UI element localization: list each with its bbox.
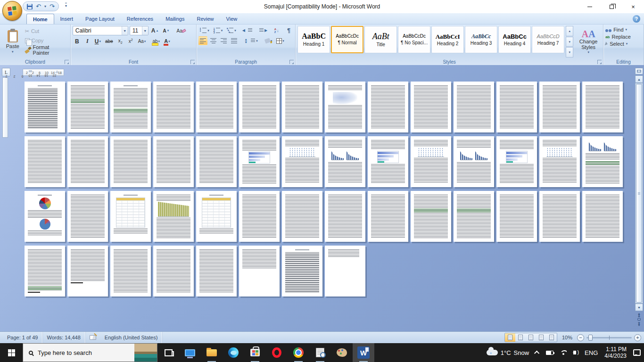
page-thumbnail-27[interactable]	[539, 136, 580, 187]
page-thumbnail-9[interactable]	[368, 82, 408, 132]
weather-widget[interactable]: 1°C Snow	[483, 343, 532, 362]
underline-button[interactable]: U▾	[93, 37, 102, 46]
page-thumbnail-3[interactable]	[110, 82, 151, 132]
page-thumbnail-10[interactable]	[411, 82, 451, 132]
undo-dropdown-icon[interactable]: ▾	[44, 4, 46, 8]
borders-button[interactable]: ▾	[275, 36, 286, 45]
highlight-button[interactable]: ab▾	[151, 37, 161, 46]
find-button[interactable]: Find▾	[605, 27, 642, 33]
page-thumbnail-6[interactable]	[239, 82, 280, 132]
page-thumbnail-14[interactable]	[582, 82, 623, 132]
bold-button[interactable]: B	[73, 37, 82, 46]
taskbar-item-word[interactable]: W	[353, 343, 374, 362]
page-thumbnail-21[interactable]	[282, 136, 322, 187]
styles-more-icon[interactable]: ▼	[566, 47, 573, 58]
customize-qat-icon[interactable]: ▾	[65, 3, 67, 8]
page-thumbnail-37[interactable]	[368, 191, 408, 242]
styles-dialog-launcher-icon[interactable]	[597, 60, 602, 64]
outline-view-button[interactable]	[536, 333, 546, 342]
action-center-button[interactable]	[630, 343, 644, 362]
proofing-status[interactable]	[85, 332, 100, 343]
numbering-button[interactable]: 123▾	[212, 26, 224, 35]
style-chip-title[interactable]: AaBtTitle	[364, 26, 397, 53]
sort-button[interactable]: AZ↓	[272, 26, 281, 35]
page-thumbnail-33[interactable]	[196, 191, 237, 242]
page-thumbnail-40[interactable]	[496, 191, 537, 242]
page-thumbnail-44[interactable]	[67, 246, 108, 296]
font-size-combo[interactable]: 11▼	[130, 26, 149, 35]
view-ruler-toggle-button[interactable]	[635, 68, 643, 74]
font-size-dropdown-icon[interactable]: ▼	[142, 26, 148, 35]
page-thumbnail-36[interactable]	[325, 191, 365, 242]
paste-dropdown-icon[interactable]: ▾	[12, 50, 14, 54]
styles-scroll-up-icon[interactable]: ▲	[566, 26, 573, 36]
replace-button[interactable]: abReplace	[605, 34, 642, 40]
draft-view-button[interactable]	[546, 333, 557, 342]
tab-page-layout[interactable]: Page Layout	[79, 14, 121, 24]
minimize-button[interactable]	[579, 0, 601, 13]
tab-references[interactable]: References	[121, 14, 159, 24]
page-thumbnail-45[interactable]	[110, 246, 151, 296]
page-thumbnail-19[interactable]	[196, 136, 237, 187]
page-thumbnail-50[interactable]	[325, 246, 365, 296]
shading-button[interactable]: ▾	[264, 36, 274, 45]
page-thumbnail-16[interactable]	[67, 136, 108, 187]
web-layout-view-button[interactable]	[526, 333, 536, 342]
search-input[interactable]: Type here to search	[23, 343, 157, 362]
bullets-button[interactable]: ▾	[198, 26, 211, 35]
page-thumbnail-39[interactable]	[454, 191, 494, 242]
tab-home[interactable]: Home	[26, 14, 54, 24]
close-button[interactable]: ×	[622, 0, 644, 13]
zoom-out-button[interactable]: −	[577, 334, 584, 341]
select-browse-object-button[interactable]	[637, 318, 641, 321]
taskbar-item-opera[interactable]	[266, 343, 288, 362]
page-thumbnail-29[interactable]	[25, 191, 65, 242]
scroll-up-icon[interactable]: ▲	[635, 75, 643, 83]
page-thumbnail-5[interactable]	[196, 82, 237, 132]
help-icon[interactable]: ?	[633, 15, 640, 23]
taskbar-item-store[interactable]	[244, 343, 266, 362]
page-thumbnail-20[interactable]	[239, 136, 280, 187]
battery-status[interactable]	[543, 343, 557, 362]
page-thumbnail-35[interactable]	[282, 191, 322, 242]
office-button[interactable]	[2, 1, 22, 21]
style-chip-heading-2[interactable]: AaBbCcIHeading 2	[431, 26, 464, 53]
page-thumbnail-15[interactable]	[25, 136, 65, 187]
cut-button[interactable]: ✂Cut	[24, 27, 68, 35]
start-button[interactable]	[0, 343, 23, 362]
zoom-slider-track[interactable]	[586, 337, 632, 338]
page-thumbnail-7[interactable]	[282, 82, 322, 132]
italic-button[interactable]: I	[83, 37, 92, 46]
page-thumbnail-28[interactable]	[582, 136, 623, 187]
word-count-status[interactable]: Words: 14,448	[42, 332, 85, 343]
page-thumbnail-24[interactable]	[411, 136, 451, 187]
taskbar-item-this-pc[interactable]	[179, 343, 201, 362]
subscript-button[interactable]: x2	[116, 37, 125, 46]
scroll-down-icon[interactable]: ▼	[635, 304, 643, 311]
network-status[interactable]	[557, 343, 570, 362]
taskbar-item-paint[interactable]	[331, 343, 353, 362]
taskbar-item-file-explorer[interactable]	[201, 343, 223, 362]
full-screen-reading-view-button[interactable]	[515, 333, 526, 342]
show-hide-marks-button[interactable]: ¶	[284, 26, 293, 35]
change-styles-button[interactable]: AA Change Styles ▾	[575, 26, 602, 58]
volume-status[interactable]	[570, 343, 581, 362]
style-chip-heading-4[interactable]: AaBbCcHeading 4	[498, 26, 531, 53]
select-button[interactable]: Select▾	[605, 41, 642, 47]
page-thumbnail-13[interactable]	[539, 82, 580, 132]
page-thumbnail-47[interactable]	[196, 246, 237, 296]
taskbar-item-edge[interactable]	[223, 343, 244, 362]
page-thumbnail-17[interactable]	[110, 136, 151, 187]
page-thumbnail-41[interactable]	[539, 191, 580, 242]
search-highlight-image[interactable]	[134, 344, 157, 362]
page-thumbnail-25[interactable]	[454, 136, 494, 187]
style-chip-no-spaci[interactable]: AaBbCcDc¶ No Spaci...	[398, 26, 430, 53]
font-color-button[interactable]: A▾	[163, 37, 172, 46]
language-indicator[interactable]: ENG	[581, 343, 601, 362]
decrease-indent-button[interactable]: ◀	[241, 26, 254, 35]
page-thumbnail-18[interactable]	[153, 136, 194, 187]
style-chip-heading-7[interactable]: AaBbCcDHeading 7	[532, 26, 564, 53]
strikethrough-button[interactable]: abe	[104, 37, 115, 46]
style-chip-heading-1[interactable]: AaBbCHeading 1	[297, 26, 330, 53]
page-thumbnail-38[interactable]	[411, 191, 451, 242]
